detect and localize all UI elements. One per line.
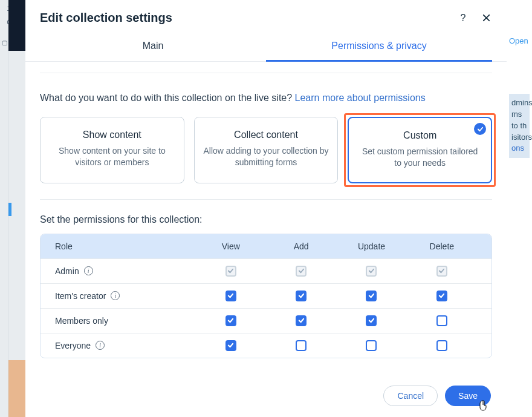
option-show-content[interactable]: Show content Show content on your site t… <box>40 117 184 183</box>
checkbox-view[interactable] <box>225 315 236 326</box>
checkbox-delete[interactable] <box>436 315 447 326</box>
info-icon[interactable]: i <box>84 266 93 275</box>
row-label: Members only <box>55 316 196 326</box>
cancel-button[interactable]: Cancel <box>383 386 438 406</box>
checkbox-add[interactable] <box>296 315 307 326</box>
col-add: Add <box>266 241 336 251</box>
option-desc: Show content on your site to visitors or… <box>49 145 175 168</box>
backdrop-text: ms to th <box>511 110 527 130</box>
table-row: Everyonei <box>41 333 491 358</box>
checkbox-delete[interactable] <box>436 340 447 351</box>
close-icon[interactable] <box>480 12 492 24</box>
checkbox-view[interactable] <box>225 291 236 301</box>
option-collect-content[interactable]: Collect content Allow adding to your col… <box>194 117 339 183</box>
checkbox-update <box>366 266 377 277</box>
checkbox-update[interactable] <box>366 315 377 326</box>
learn-permissions-link[interactable]: Learn more about permissions <box>295 93 426 103</box>
prompt-text: What do you want to do with this collect… <box>40 93 295 103</box>
check-icon <box>474 123 486 135</box>
checkbox-delete[interactable] <box>436 291 447 301</box>
help-icon[interactable]: ? <box>457 12 469 24</box>
table-row: Item's creatori <box>41 283 491 308</box>
option-title: Custom <box>357 130 482 141</box>
checkbox-add <box>296 266 307 277</box>
table-header: Role View Add Update Delete <box>41 234 491 258</box>
desktop-icon: ▢ <box>2 39 7 46</box>
backdrop-link[interactable]: ons <box>511 143 524 153</box>
col-view: View <box>196 241 266 251</box>
option-title: Collect content <box>203 130 329 140</box>
col-update: Update <box>336 241 406 251</box>
checkbox-update[interactable] <box>366 291 377 301</box>
modal-title: Edit collection settings <box>40 11 172 25</box>
backdrop-text: dmins <box>511 98 532 107</box>
option-desc: Set custom permission tailored to your n… <box>357 146 482 169</box>
row-label: Item's creatori <box>55 291 196 301</box>
checkbox-view <box>225 266 236 277</box>
option-desc: Allow adding to your collection by submi… <box>203 145 329 168</box>
permissions-table: Role View Add Update Delete AdminiItem's… <box>40 234 492 358</box>
checkbox-view[interactable] <box>225 340 236 351</box>
permissions-section-title: Set the permissions for this collection: <box>40 214 492 225</box>
option-custom[interactable]: Custom Set custom permission tailored to… <box>348 117 492 183</box>
backdrop-text: isitors. <box>511 133 532 142</box>
save-button[interactable]: Save <box>445 386 491 406</box>
edit-collection-modal: Edit collection settings ? Main Permissi… <box>25 0 507 417</box>
tab-main[interactable]: Main <box>40 32 266 61</box>
checkbox-add[interactable] <box>296 291 307 301</box>
tab-permissions[interactable]: Permissions & privacy <box>266 32 492 61</box>
col-role: Role <box>55 241 196 251</box>
tabs: Main Permissions & privacy <box>25 32 507 62</box>
row-label: Everyonei <box>55 341 196 350</box>
info-icon[interactable]: i <box>96 341 105 350</box>
table-row: Admini <box>41 258 491 283</box>
checkbox-update[interactable] <box>366 340 377 351</box>
backdrop-open-link[interactable]: Open <box>509 36 528 45</box>
table-row: Members only <box>41 308 491 333</box>
option-title: Show content <box>49 130 175 140</box>
row-label: Admini <box>55 266 196 276</box>
checkbox-add[interactable] <box>296 340 307 351</box>
info-icon[interactable]: i <box>111 291 120 300</box>
col-delete: Delete <box>407 241 477 251</box>
checkbox-delete <box>436 266 447 277</box>
backdrop-right-panel: Open dmins ms to th isitors. ons oads rs… <box>507 0 532 417</box>
